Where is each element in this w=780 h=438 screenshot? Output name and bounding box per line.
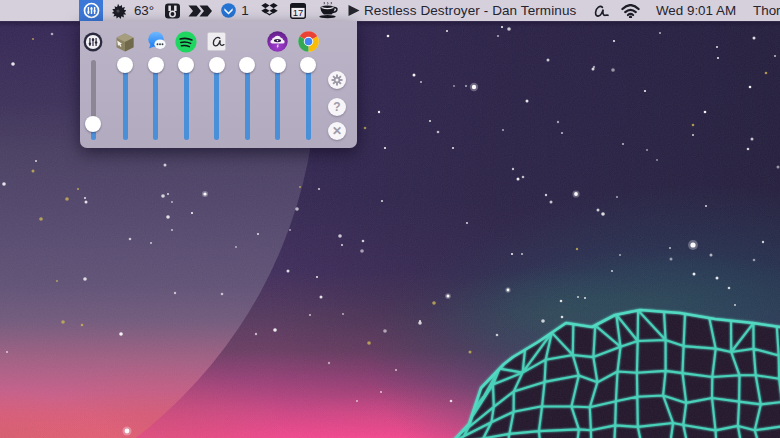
svg-text:17: 17 [293, 7, 304, 18]
